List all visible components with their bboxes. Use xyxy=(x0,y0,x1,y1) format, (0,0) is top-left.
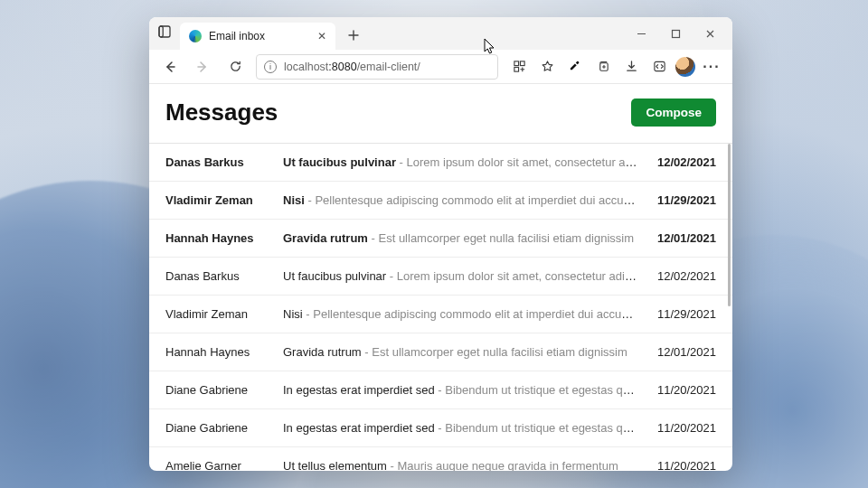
message-preview: Lorem ipsum dolor sit amet, consectetur … xyxy=(397,269,638,283)
titlebar: Email inbox ✕ xyxy=(149,17,732,50)
message-sender: Vladimir Zeman xyxy=(165,193,283,207)
message-preview: Est ullamcorper eget nulla facilisi etia… xyxy=(378,231,634,245)
message-subject: Ut tellus elementum xyxy=(283,459,387,471)
tab-title: Email inbox xyxy=(209,30,265,42)
message-preview: Pellentesque adipiscing commodo elit at … xyxy=(315,193,638,207)
message-sender: Vladimir Zeman xyxy=(165,307,283,321)
close-tab-icon[interactable]: ✕ xyxy=(317,30,326,42)
message-preview: Bibendum ut tristique et egestas quis. S… xyxy=(445,421,638,435)
message-sender: Amelie Garner xyxy=(165,459,283,471)
message-row[interactable]: Danas BarkusUt faucibus pulvinar - Lorem… xyxy=(149,144,732,182)
message-summary: In egestas erat imperdiet sed - Bibendum… xyxy=(283,421,638,435)
message-row[interactable]: Danas BarkusUt faucibus pulvinar - Lorem… xyxy=(149,258,732,296)
message-subject: Ut faucibus pulvinar xyxy=(283,269,386,283)
downloads-icon[interactable] xyxy=(619,55,643,79)
forward-button[interactable] xyxy=(191,55,214,79)
browser-toolbar: i localhost:8080/email-client/ ··· xyxy=(149,50,732,84)
collections-icon[interactable] xyxy=(591,55,615,79)
message-summary: In egestas erat imperdiet sed - Bibendum… xyxy=(283,383,638,397)
message-preview: Pellentesque adipiscing commodo elit at … xyxy=(313,307,638,321)
new-tab-button[interactable] xyxy=(341,23,366,48)
web-capture-icon[interactable] xyxy=(647,55,671,79)
message-sender: Danas Barkus xyxy=(165,155,283,169)
message-summary: Nisi - Pellentesque adipiscing commodo e… xyxy=(283,307,638,321)
favorites-icon[interactable] xyxy=(535,55,559,79)
message-subject: In egestas erat imperdiet sed xyxy=(283,383,435,397)
svg-rect-2 xyxy=(672,30,679,37)
desktop-wallpaper: Email inbox ✕ xyxy=(0,0,868,488)
message-subject: Ut faucibus pulvinar xyxy=(283,155,396,169)
message-summary: Ut faucibus pulvinar - Lorem ipsum dolor… xyxy=(283,155,638,169)
browser-tab[interactable]: Email inbox ✕ xyxy=(180,23,335,50)
extensions-icon[interactable] xyxy=(507,55,531,79)
svg-rect-5 xyxy=(514,67,518,71)
message-date: 12/02/2021 xyxy=(638,269,716,283)
message-sender: Hannah Haynes xyxy=(165,231,283,245)
browser-window: Email inbox ✕ xyxy=(149,17,732,471)
edge-icon xyxy=(189,30,202,42)
message-sender: Diane Gabriene xyxy=(165,383,283,397)
message-row[interactable]: Vladimir ZemanNisi - Pellentesque adipis… xyxy=(149,296,732,333)
message-sender: Diane Gabriene xyxy=(165,421,283,435)
site-info-icon[interactable]: i xyxy=(264,61,277,73)
message-row[interactable]: Vladimir ZemanNisi - Pellentesque adipis… xyxy=(149,182,732,220)
url-text: localhost:8080/email-client/ xyxy=(284,61,420,73)
svg-rect-0 xyxy=(159,26,170,37)
profile-avatar[interactable] xyxy=(675,57,695,77)
window-close-button[interactable] xyxy=(693,21,727,46)
message-row[interactable]: Diane GabrieneIn egestas erat imperdiet … xyxy=(149,409,732,447)
refresh-button[interactable] xyxy=(223,55,247,79)
message-date: 11/20/2021 xyxy=(638,383,716,397)
page-title: Messages xyxy=(165,99,278,127)
message-row[interactable]: Hannah HaynesGravida rutrum - Est ullamc… xyxy=(149,220,732,258)
message-subject: Nisi xyxy=(283,193,305,207)
more-menu-button[interactable]: ··· xyxy=(700,55,723,79)
message-subject: Gravida rutrum xyxy=(283,345,362,359)
app-header: Messages Compose xyxy=(149,84,732,143)
svg-rect-4 xyxy=(520,61,524,66)
eyedropper-icon[interactable] xyxy=(563,55,587,79)
message-sender: Danas Barkus xyxy=(165,269,283,283)
page-content: Messages Compose Danas BarkusUt faucibus… xyxy=(149,84,732,471)
message-preview: Bibendum ut tristique et egestas quis. S… xyxy=(445,383,638,397)
message-summary: Gravida rutrum - Est ullamcorper eget nu… xyxy=(283,231,638,245)
message-date: 12/02/2021 xyxy=(638,155,716,169)
window-minimize-button[interactable] xyxy=(624,21,658,46)
message-row[interactable]: Hannah HaynesGravida rutrum - Est ullamc… xyxy=(149,333,732,371)
window-maximize-button[interactable] xyxy=(658,21,693,46)
message-subject: Gravida rutrum xyxy=(283,231,368,245)
message-summary: Nisi - Pellentesque adipiscing commodo e… xyxy=(283,193,638,207)
message-date: 11/20/2021 xyxy=(638,421,716,435)
message-summary: Ut tellus elementum - Mauris augue neque… xyxy=(283,459,638,471)
message-row[interactable]: Amelie GarnerUt tellus elementum - Mauri… xyxy=(149,447,732,471)
svg-rect-3 xyxy=(514,61,518,66)
compose-button[interactable]: Compose xyxy=(631,99,716,127)
message-date: 11/29/2021 xyxy=(638,307,716,321)
message-subject: Nisi xyxy=(283,307,303,321)
message-preview: Lorem ipsum dolor sit amet, consectetur … xyxy=(407,155,638,169)
message-date: 12/01/2021 xyxy=(638,345,716,359)
message-summary: Gravida rutrum - Est ullamcorper eget nu… xyxy=(283,345,638,359)
scrollbar-thumb[interactable] xyxy=(728,144,731,306)
message-row[interactable]: Diane GabrieneIn egestas erat imperdiet … xyxy=(149,371,732,409)
message-subject: In egestas erat imperdiet sed xyxy=(283,421,435,435)
message-preview: Est ullamcorper eget nulla facilisi etia… xyxy=(372,345,627,359)
message-sender: Hannah Haynes xyxy=(165,345,283,359)
back-button[interactable] xyxy=(158,55,182,79)
message-summary: Ut faucibus pulvinar - Lorem ipsum dolor… xyxy=(283,269,638,283)
message-date: 12/01/2021 xyxy=(638,231,716,245)
message-date: 11/29/2021 xyxy=(638,193,716,207)
message-preview: Mauris augue neque gravida in fermentum xyxy=(397,459,618,471)
message-date: 11/20/2021 xyxy=(638,459,716,471)
address-bar[interactable]: i localhost:8080/email-client/ xyxy=(256,54,498,80)
tab-actions-icon[interactable] xyxy=(158,25,171,42)
message-list[interactable]: Danas BarkusUt faucibus pulvinar - Lorem… xyxy=(149,143,732,471)
svg-rect-1 xyxy=(159,26,163,37)
